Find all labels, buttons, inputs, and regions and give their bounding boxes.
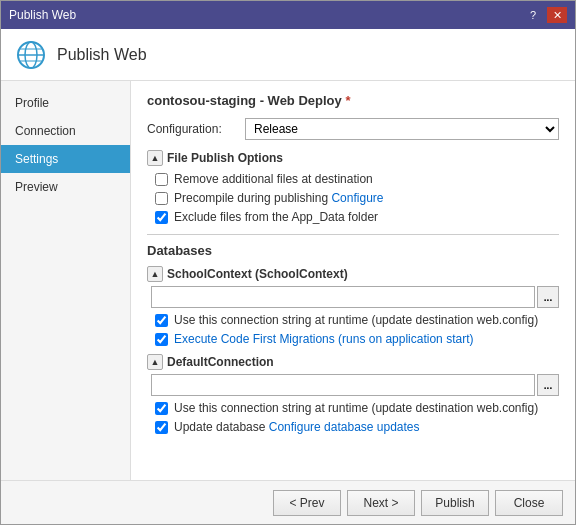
- configure-db-updates-link[interactable]: Configure database updates: [269, 420, 420, 434]
- main-content: contosou-staging - Web Deploy * Configur…: [131, 81, 575, 480]
- school-use-connection-row: Use this connection string at runtime (u…: [155, 313, 559, 327]
- update-database-label: Update database Configure database updat…: [174, 420, 420, 434]
- config-row: Configuration: Release: [147, 118, 559, 140]
- sidebar-item-settings[interactable]: Settings: [1, 145, 130, 173]
- default-connection-browse-btn[interactable]: ...: [537, 374, 559, 396]
- precompile-label: Precompile during publishing Configure: [174, 191, 383, 205]
- publish-button[interactable]: Publish: [421, 490, 489, 516]
- precompile-row: Precompile during publishing Configure: [155, 191, 559, 205]
- file-publish-collapse-btn[interactable]: ▲: [147, 150, 163, 166]
- section-divider: [147, 234, 559, 235]
- school-context-collapse-btn[interactable]: ▲: [147, 266, 163, 282]
- school-use-connection-checkbox[interactable]: [155, 314, 168, 327]
- update-database-row: Update database Configure database updat…: [155, 420, 559, 434]
- sidebar-item-connection[interactable]: Connection: [1, 117, 130, 145]
- globe-icon: [15, 39, 47, 71]
- dialog-window: Publish Web ? ✕ Publish Web Profile Conn…: [0, 0, 576, 525]
- dialog-header-title: Publish Web: [57, 46, 147, 64]
- sidebar-item-preview[interactable]: Preview: [1, 173, 130, 201]
- sidebar: Profile Connection Settings Preview: [1, 81, 131, 480]
- school-context-label: SchoolContext (SchoolContext): [167, 267, 348, 281]
- exclude-app-data-row: Exclude files from the App_Data folder: [155, 210, 559, 224]
- remove-files-label: Remove additional files at destination: [174, 172, 373, 186]
- prev-button[interactable]: < Prev: [273, 490, 341, 516]
- school-context-section: ▲ SchoolContext (SchoolContext) ... Use …: [147, 266, 559, 346]
- asterisk: *: [345, 93, 350, 108]
- title-bar: Publish Web ? ✕: [1, 1, 575, 29]
- remove-files-row: Remove additional files at destination: [155, 172, 559, 186]
- file-publish-label: File Publish Options: [167, 151, 283, 165]
- school-context-input-row: ...: [151, 286, 559, 308]
- school-context-browse-btn[interactable]: ...: [537, 286, 559, 308]
- title-bar-title: Publish Web: [9, 8, 76, 22]
- help-button[interactable]: ?: [523, 7, 543, 23]
- next-button[interactable]: Next >: [347, 490, 415, 516]
- school-execute-migrations-checkbox[interactable]: [155, 333, 168, 346]
- close-dialog-button[interactable]: Close: [495, 490, 563, 516]
- page-title: contosou-staging - Web Deploy *: [147, 93, 559, 108]
- default-connection-header: ▲ DefaultConnection: [147, 354, 559, 370]
- dialog-header: Publish Web: [1, 29, 575, 81]
- file-publish-section-header: ▲ File Publish Options: [147, 150, 559, 166]
- exclude-app-data-checkbox[interactable]: [155, 211, 168, 224]
- dialog-body: Profile Connection Settings Preview cont…: [1, 81, 575, 480]
- precompile-checkbox[interactable]: [155, 192, 168, 205]
- databases-label: Databases: [147, 243, 559, 258]
- title-bar-controls: ? ✕: [523, 7, 567, 23]
- default-connection-collapse-btn[interactable]: ▲: [147, 354, 163, 370]
- default-connection-label: DefaultConnection: [167, 355, 274, 369]
- remove-files-checkbox[interactable]: [155, 173, 168, 186]
- default-use-connection-label: Use this connection string at runtime (u…: [174, 401, 538, 415]
- config-label: Configuration:: [147, 122, 237, 136]
- school-context-header: ▲ SchoolContext (SchoolContext): [147, 266, 559, 282]
- default-connection-input[interactable]: [151, 374, 535, 396]
- default-use-connection-checkbox[interactable]: [155, 402, 168, 415]
- sidebar-item-profile[interactable]: Profile: [1, 89, 130, 117]
- school-execute-migrations-label: Execute Code First Migrations (runs on a…: [174, 332, 473, 346]
- default-connection-input-row: ...: [151, 374, 559, 396]
- dialog-footer: < Prev Next > Publish Close: [1, 480, 575, 524]
- close-button[interactable]: ✕: [547, 7, 567, 23]
- config-select[interactable]: Release: [245, 118, 559, 140]
- precompile-configure-link[interactable]: Configure: [331, 191, 383, 205]
- school-use-connection-label: Use this connection string at runtime (u…: [174, 313, 538, 327]
- update-database-checkbox[interactable]: [155, 421, 168, 434]
- databases-section: Databases ▲ SchoolContext (SchoolContext…: [147, 243, 559, 434]
- exclude-app-data-label: Exclude files from the App_Data folder: [174, 210, 378, 224]
- default-use-connection-row: Use this connection string at runtime (u…: [155, 401, 559, 415]
- school-execute-migrations-row: Execute Code First Migrations (runs on a…: [155, 332, 559, 346]
- default-connection-section: ▲ DefaultConnection ... Use this connect…: [147, 354, 559, 434]
- school-context-input[interactable]: [151, 286, 535, 308]
